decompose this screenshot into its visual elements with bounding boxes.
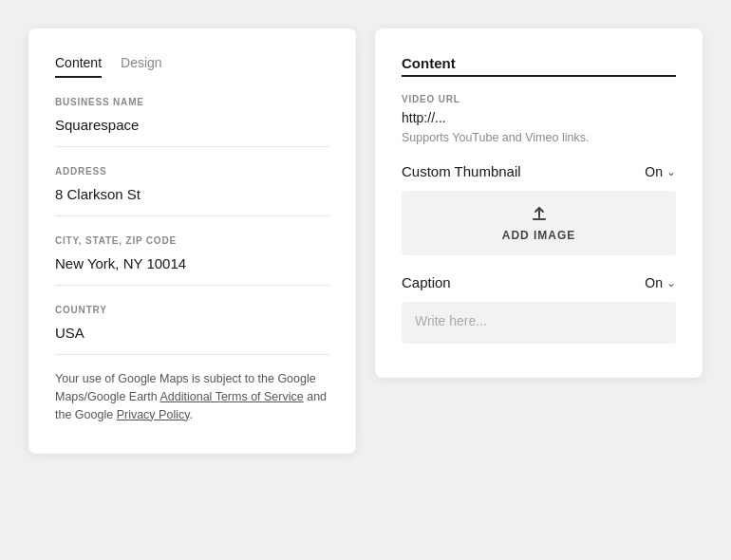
chevron-down-icon: ⌄ [666,165,676,178]
country-label: COUNTRY [55,305,329,315]
video-url-label: VIDEO URL [402,94,676,104]
business-name-field: BUSINESS NAME Squarespace [55,97,329,147]
custom-thumbnail-label: Custom Thumbnail [402,163,521,179]
add-image-button[interactable]: ADD IMAGE [402,191,676,255]
divider-1 [55,146,329,147]
country-field: COUNTRY USA [55,301,329,355]
video-url-hint: Supports YouTube and Vimeo links. [402,131,676,144]
divider-3 [55,285,329,286]
caption-input[interactable] [402,302,676,344]
custom-thumbnail-row: Custom Thumbnail On ⌄ [402,163,676,179]
caption-toggle[interactable]: On ⌄ [645,275,676,290]
video-url-value[interactable]: http://... [402,110,676,125]
panel-title-divider [402,75,676,77]
tab-content[interactable]: Content [55,55,102,78]
add-image-label: ADD IMAGE [502,229,575,242]
business-name-label: BUSINESS NAME [55,97,329,107]
caption-toggle-value: On [645,275,663,290]
footer-note: Your use of Google Maps is subject to th… [55,370,329,423]
city-state-zip-label: CITY, STATE, ZIP CODE [55,235,329,246]
caption-row: Caption On ⌄ [402,274,676,290]
terms-link[interactable]: Additional Terms of Service [159,390,303,403]
right-panel: Content VIDEO URL http://... Supports Yo… [375,28,703,378]
left-panel: Content Design BUSINESS NAME Squarespace… [28,28,356,454]
divider-4 [55,354,329,355]
tab-design[interactable]: Design [121,55,162,78]
footer-suffix: . [190,408,193,421]
custom-thumbnail-toggle[interactable]: On ⌄ [645,164,676,179]
country-value[interactable]: USA [55,321,329,350]
caption-chevron-down-icon: ⌄ [666,276,676,289]
city-state-zip-field: CITY, STATE, ZIP CODE New York, NY 10014 [55,232,329,286]
upload-icon [530,204,549,223]
address-value[interactable]: 8 Clarkson St [55,182,329,212]
city-state-zip-value[interactable]: New York, NY 10014 [55,252,329,281]
divider-2 [55,215,329,216]
video-url-section: VIDEO URL http://... Supports YouTube an… [402,94,676,144]
address-label: ADDRESS [55,166,329,177]
custom-thumbnail-toggle-value: On [645,164,663,179]
panel-title: Content [402,55,676,71]
tab-bar: Content Design [55,55,329,78]
business-name-value[interactable]: Squarespace [55,113,329,142]
caption-label: Caption [402,274,451,290]
address-field: ADDRESS 8 Clarkson St [55,162,329,216]
privacy-link[interactable]: Privacy Policy [117,408,190,421]
